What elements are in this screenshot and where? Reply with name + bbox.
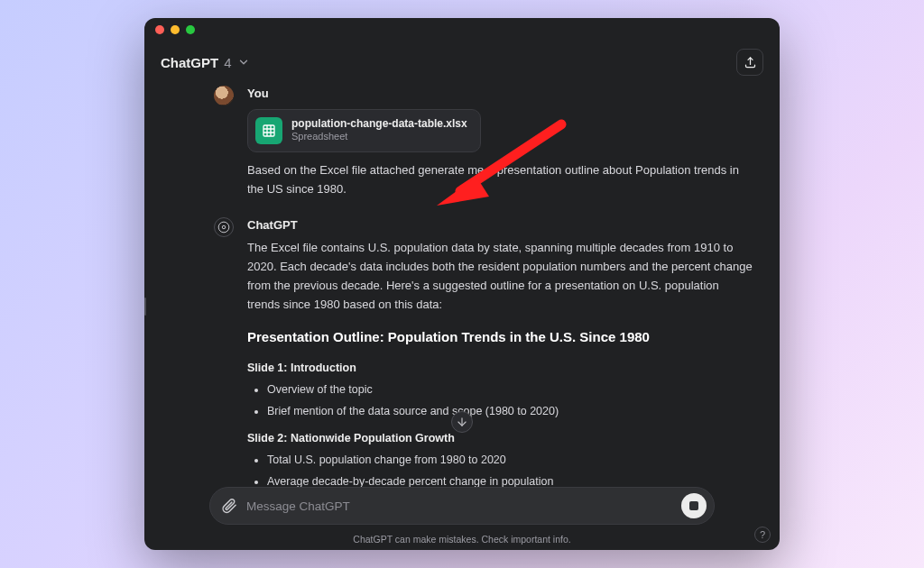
user-message: You population-change-data-table.xlsx Sp… (213, 85, 763, 198)
model-version: 4 (224, 55, 231, 70)
share-button[interactable] (736, 49, 763, 76)
user-label: You (247, 85, 753, 104)
spreadsheet-icon (255, 117, 282, 144)
stop-button[interactable] (681, 493, 707, 518)
composer (209, 487, 715, 525)
assistant-label: ChatGPT (247, 216, 753, 235)
window-zoom-icon[interactable] (186, 25, 195, 34)
assistant-message: ChatGPT The Excel file contains U.S. pop… (213, 216, 763, 487)
window-minimize-icon[interactable] (171, 25, 180, 34)
attachment-filetype: Spreadsheet (291, 131, 467, 143)
slide-block: Slide 1: Introduction Overview of the to… (247, 359, 753, 420)
assistant-intro: The Excel file contains U.S. population … (247, 239, 753, 314)
attachment-filename: population-change-data-table.xlsx (291, 117, 467, 131)
bullet: Total U.S. population change from 1980 t… (267, 451, 753, 469)
bullet: Overview of the topic (267, 380, 753, 399)
bullet: Average decade-by-decade percent change … (267, 472, 753, 487)
slide-title: Slide 1: Introduction (247, 359, 753, 377)
question-mark-icon: ? (760, 529, 765, 540)
scroll-to-bottom-button[interactable] (451, 411, 473, 433)
user-message-text: Based on the Excel file attached generat… (247, 161, 753, 199)
chevron-down-icon (237, 56, 250, 69)
outline-title: Presentation Outline: Population Trends … (247, 326, 753, 348)
bullet: Brief mention of the data source and sco… (267, 402, 753, 420)
message-input[interactable] (246, 499, 672, 513)
svg-point-8 (222, 226, 226, 230)
svg-rect-3 (263, 125, 274, 136)
model-selector[interactable]: ChatGPT 4 (161, 55, 250, 70)
file-attachment[interactable]: population-change-data-table.xlsx Spread… (247, 109, 481, 152)
topbar: ChatGPT 4 (144, 41, 780, 81)
model-name: ChatGPT (161, 55, 218, 70)
conversation: You population-change-data-table.xlsx Sp… (144, 81, 780, 487)
titlebar (144, 18, 780, 41)
help-button[interactable]: ? (754, 527, 771, 543)
app-window: ChatGPT 4 You (144, 18, 780, 550)
attach-icon[interactable] (221, 498, 237, 514)
slide-title: Slide 2: Nationwide Population Growth (247, 429, 753, 447)
slide-block: Slide 2: Nationwide Population Growth To… (247, 429, 753, 487)
disclaimer-text: ChatGPT can make mistakes. Check importa… (144, 530, 780, 550)
assistant-avatar-icon (214, 217, 234, 237)
window-close-icon[interactable] (155, 25, 164, 34)
user-avatar (214, 86, 234, 105)
composer-area (144, 487, 780, 530)
stop-icon (689, 501, 698, 510)
